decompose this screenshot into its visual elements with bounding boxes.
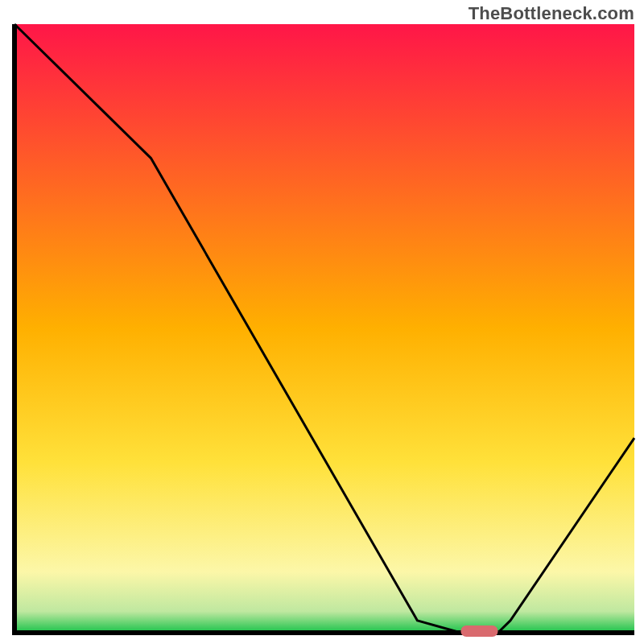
bottleneck-chart: TheBottleneck.com [0,0,644,644]
chart-canvas [0,0,644,644]
watermark-text: TheBottleneck.com [469,3,634,24]
optimal-marker [460,625,497,637]
